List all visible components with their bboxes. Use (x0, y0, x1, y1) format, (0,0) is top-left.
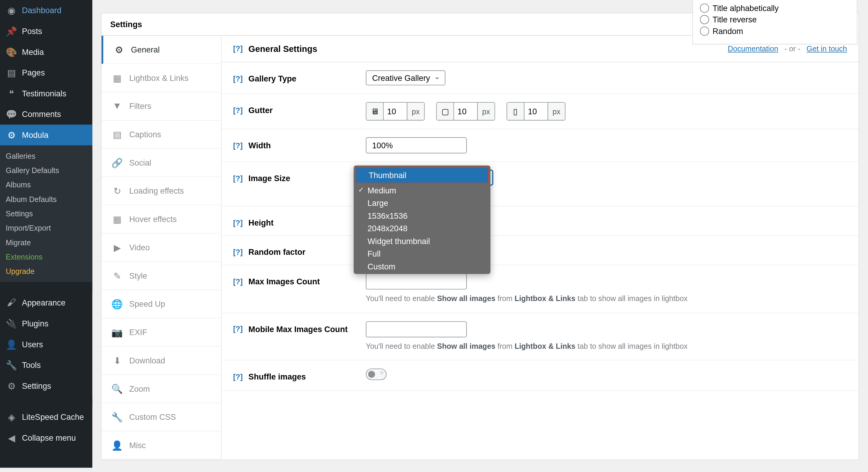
sidebar-item-dashboard[interactable]: ◉Dashboard (0, 0, 92, 21)
sidebar-item-users[interactable]: 👤Users (0, 334, 92, 355)
gutter-tablet[interactable]: ▢px (436, 102, 495, 121)
mobile-max-input[interactable] (366, 321, 467, 337)
tab-icon: ▼ (112, 101, 122, 111)
sidebar-item-plugins[interactable]: 🔌Plugins (0, 313, 92, 334)
sidebar-item-tools[interactable]: 🔧Tools (0, 355, 92, 376)
admin-sidebar: ◉Dashboard📌Posts🎨Media▤Pages❝Testimonial… (0, 0, 92, 468)
tab-icon: ↻ (112, 186, 122, 196)
tab-misc[interactable]: 👤Misc (101, 432, 221, 460)
sidebar-item-comments[interactable]: 💬Comments (0, 104, 92, 125)
help-icon[interactable]: [?] (233, 325, 243, 333)
tab-icon: ⚙ (114, 44, 124, 55)
dropdown-option-custom[interactable]: Custom (355, 260, 489, 273)
sidebar-sub-albums[interactable]: Albums (0, 178, 92, 192)
mobile-icon: ▯ (507, 103, 524, 120)
sidebar-item-settings[interactable]: ⚙Settings (0, 375, 92, 396)
pin-icon: 📌 (6, 25, 17, 37)
documentation-link[interactable]: Documentation (728, 44, 778, 53)
max-images-hint: You'll need to enable Show all images fr… (366, 293, 847, 304)
image-size-dropdown[interactable]: ThumbnailMediumLarge1536x15362048x2048Wi… (354, 166, 490, 274)
tab-download[interactable]: ⬇Download (101, 347, 221, 375)
tab-video[interactable]: ▶Video (101, 233, 221, 262)
modula-icon: ⚙ (6, 129, 17, 141)
radio-title-alphabetically[interactable]: Title alphabetically (700, 2, 850, 14)
tab-lightbox-links[interactable]: ▦Lightbox & Links (101, 64, 221, 93)
sidebar-sub-settings[interactable]: Settings (0, 207, 92, 221)
panel-title: Settings (110, 20, 142, 29)
shuffle-toggle[interactable] (366, 369, 387, 380)
tab-icon: ▶ (112, 242, 122, 253)
dropdown-option-thumbnail[interactable]: Thumbnail (356, 168, 488, 183)
tab-zoom[interactable]: 🔍Zoom (101, 375, 221, 403)
help-icon[interactable]: [?] (233, 141, 243, 150)
dropdown-option-1536x1536[interactable]: 1536x1536 (355, 210, 489, 222)
tab-custom-css[interactable]: 🔧Custom CSS (101, 403, 221, 432)
radio-input[interactable] (700, 15, 709, 24)
width-input[interactable] (366, 137, 467, 153)
sidebar-item-collapse-menu[interactable]: ◀Collapse menu (0, 427, 92, 448)
collapse-icon: ◀ (6, 432, 17, 444)
radio-random[interactable]: Random (700, 25, 850, 37)
sidebar-sub-galleries[interactable]: Galleries (0, 149, 92, 163)
tab-filters[interactable]: ▼Filters (101, 92, 221, 121)
tab-exif[interactable]: 📷EXIF (101, 318, 221, 347)
tab-captions[interactable]: ▤Captions (101, 121, 221, 149)
tab-social[interactable]: 🔗Social (101, 149, 221, 177)
tab-icon: 👤 (112, 440, 122, 450)
tab-icon: 🔍 (112, 383, 122, 394)
gutter-desktop-input[interactable] (383, 104, 407, 118)
dropdown-option-widget-thumbnail[interactable]: Widget thumbnail (355, 235, 489, 248)
help-icon[interactable]: [?] (233, 248, 243, 256)
tab-style[interactable]: ✎Style (101, 262, 221, 290)
sidebar-item-litespeed-cache[interactable]: ◈LiteSpeed Cache (0, 407, 92, 428)
settings-content: [?] General Settings Documentation - or … (221, 36, 859, 460)
sidebar-item-appearance[interactable]: 🖌Appearance (0, 292, 92, 313)
radio-title-reverse[interactable]: Title reverse (700, 14, 850, 25)
tab-speed-up[interactable]: 🌐Speed Up (101, 290, 221, 318)
get-in-touch-link[interactable]: Get in touch (807, 44, 847, 53)
sidebar-sub-import-export[interactable]: Import/Export (0, 221, 92, 235)
radio-input[interactable] (700, 27, 709, 36)
help-icon[interactable]: [?] (233, 372, 243, 381)
label-gallery-type: Gallery Type (248, 74, 296, 83)
user-icon: 👤 (6, 339, 17, 350)
tab-loading-effects[interactable]: ↻Loading effects (101, 177, 221, 205)
label-height: Height (248, 218, 273, 227)
help-icon[interactable]: [?] (233, 218, 243, 227)
sidebar-sub-album-defaults[interactable]: Album Defaults (0, 192, 92, 207)
gutter-tablet-input[interactable] (454, 104, 477, 118)
max-images-input[interactable] (366, 273, 467, 289)
sidebar-item-posts[interactable]: 📌Posts (0, 21, 92, 42)
label-random-factor: Random factor (248, 247, 305, 257)
gutter-desktop[interactable]: 🖥px (366, 102, 425, 121)
gutter-mobile-input[interactable] (524, 104, 548, 118)
dropdown-option-medium[interactable]: Medium (355, 184, 489, 197)
content-title: General Settings (248, 44, 317, 54)
sidebar-sub-gallery-defaults[interactable]: Gallery Defaults (0, 163, 92, 178)
ls-icon: ◈ (6, 411, 17, 423)
settings-tabs: ⚙General▦Lightbox & Links▼Filters▤Captio… (101, 36, 221, 460)
sidebar-item-media[interactable]: 🎨Media (0, 41, 92, 62)
dropdown-option-large[interactable]: Large (355, 197, 489, 210)
help-icon[interactable]: [?] (233, 174, 243, 183)
tab-icon: ⬇ (112, 355, 122, 366)
sidebar-item-pages[interactable]: ▤Pages (0, 62, 92, 83)
tab-icon: 📷 (112, 327, 122, 338)
desktop-icon: 🖥 (366, 103, 383, 120)
sidebar-sub-migrate[interactable]: Migrate (0, 235, 92, 250)
sidebar-sub-upgrade[interactable]: Upgrade (0, 264, 92, 278)
dropdown-option-full[interactable]: Full (355, 247, 489, 260)
help-icon[interactable]: [?] (233, 74, 243, 83)
sidebar-item-testimonials[interactable]: ❝Testimonials (0, 83, 92, 104)
help-icon[interactable]: [?] (233, 106, 243, 115)
help-icon[interactable]: [?] (233, 277, 243, 286)
sidebar-item-modula[interactable]: ⚙Modula (0, 125, 92, 146)
sidebar-sub-extensions[interactable]: Extensions (0, 250, 92, 264)
tab-general[interactable]: ⚙General (101, 36, 221, 64)
tab-hover-effects[interactable]: ▦Hover effects (101, 205, 221, 233)
radio-input[interactable] (700, 4, 709, 13)
gallery-type-select[interactable]: Creative Gallery (366, 70, 446, 85)
gutter-mobile[interactable]: ▯px (506, 102, 565, 121)
help-icon[interactable]: [?] (233, 44, 243, 53)
dropdown-option-2048x2048[interactable]: 2048x2048 (355, 222, 489, 235)
